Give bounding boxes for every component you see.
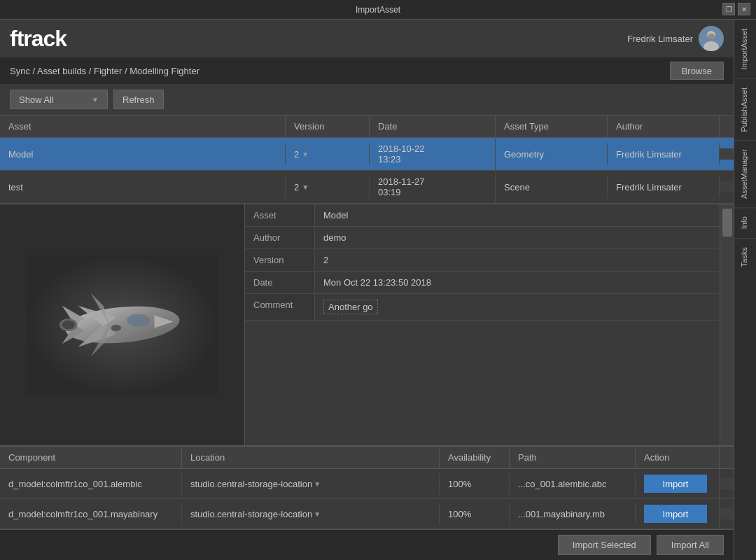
info-value-date: Mon Oct 22 13:23:50 2018 (315, 272, 720, 293)
info-value-author: demo (315, 227, 720, 248)
side-tab-publishasset[interactable]: PublishAsset (734, 78, 756, 141)
import-selected-button[interactable]: Import Selected (558, 535, 651, 555)
version-dropdown-icon[interactable]: ▼ (302, 150, 309, 158)
col-author: Author (608, 115, 720, 137)
avatar (699, 26, 724, 51)
location-dropdown-icon[interactable]: ▼ (314, 480, 321, 488)
show-all-label: Show All (19, 94, 54, 105)
bottom-bar: Import Selected Import All (0, 529, 734, 560)
info-row-date: Date Mon Oct 22 13:23:50 2018 (245, 272, 720, 294)
table-row[interactable]: test 2 ▼ 2018-11-2703:19 Scene Fredrik L… (0, 171, 734, 204)
col-location: Location (182, 447, 440, 468)
info-label-comment: Comment (245, 294, 315, 320)
side-tab-info[interactable]: Info (734, 207, 756, 237)
cell-author: Fredrik Limsater (608, 144, 720, 165)
info-value-asset: Model (315, 204, 720, 226)
info-label-version: Version (245, 249, 315, 271)
cell-component-name: d_model:colmftr1co_001.alembic (0, 473, 182, 495)
import-button[interactable]: Import (644, 475, 707, 493)
component-row: d_model:colmftr1co_001.alembic studio.ce… (0, 469, 734, 499)
detail-scrollbar[interactable] (720, 204, 734, 445)
breadcrumb-bar: Sync / Asset builds / Fighter / Modellin… (0, 57, 734, 84)
col-path: Path (510, 447, 636, 468)
show-all-button[interactable]: Show All ▼ (10, 90, 108, 109)
col-version: Version (286, 115, 370, 137)
cell-component-name: d_model:colmftr1co_001.mayabinary (0, 503, 182, 525)
cell-author: Fredrik Limsater (608, 176, 720, 198)
version-dropdown-icon[interactable]: ▼ (302, 183, 309, 191)
import-all-button[interactable]: Import All (657, 535, 724, 555)
cell-availability: 100% (440, 503, 510, 525)
info-row-asset: Asset Model (245, 204, 720, 227)
side-tab-assetmanager[interactable]: AssetManager (734, 140, 756, 207)
cell-path: ...001.mayabinary.mb (510, 503, 636, 525)
col-availability: Availability (440, 447, 510, 468)
asset-table-header: Asset Version Date Asset Type Author (0, 115, 734, 138)
cell-version: 2 ▼ (286, 144, 370, 165)
toolbar: Show All ▼ Refresh (0, 84, 734, 115)
info-row-author: Author demo (245, 227, 720, 249)
close-button[interactable]: ✕ (738, 3, 750, 15)
model-preview-svg (24, 255, 220, 395)
table-row[interactable]: Model 2 ▼ 2018-10-2213:23 Geometry Fredr… (0, 138, 734, 171)
info-label-asset: Asset (245, 204, 315, 226)
svg-point-16 (111, 325, 121, 331)
asset-table: Asset Version Date Asset Type Author Mod… (0, 115, 734, 204)
restore-button[interactable]: ❐ (722, 3, 735, 15)
side-tab-importasset[interactable]: ImportAsset (734, 20, 756, 78)
breadcrumb: Sync / Asset builds / Fighter / Modellin… (10, 66, 200, 76)
info-label-author: Author (245, 227, 315, 248)
main-content: ftrack Fredrik Limsater Sync / Asset bui… (0, 20, 734, 560)
col-date: Date (370, 115, 496, 137)
col-component: Component (0, 447, 182, 468)
info-value-comment: Another go (315, 294, 720, 320)
cell-action: Import (636, 499, 720, 528)
cell-asset-name: test (0, 176, 286, 198)
info-panel: Asset Model Author demo Version 2 Date M… (245, 204, 720, 445)
cell-location: studio.central-storage-location ▼ (182, 503, 440, 525)
info-value-version: 2 (315, 249, 720, 271)
svg-point-13 (62, 321, 74, 330)
col-asset-type: Asset Type (496, 115, 608, 137)
cell-action: Import (636, 469, 720, 498)
side-tab-tasks[interactable]: Tasks (734, 238, 756, 275)
side-tabs: ImportAsset PublishAsset AssetManager In… (734, 20, 756, 560)
info-row-comment: Comment Another go (245, 294, 720, 321)
scroll-thumb (722, 209, 732, 237)
cell-asset-type: Scene (496, 176, 608, 198)
title-bar-text: ImportAsset (356, 5, 400, 15)
cell-asset-type: Geometry (496, 144, 608, 165)
svg-point-7 (127, 314, 150, 327)
col-action: Action (636, 447, 720, 468)
components-table-header: Component Location Availability Path Act… (0, 446, 734, 469)
cell-availability: 100% (440, 473, 510, 495)
cell-version: 2 ▼ (286, 176, 370, 198)
browse-button[interactable]: Browse (670, 62, 724, 80)
location-dropdown-icon[interactable]: ▼ (314, 510, 321, 518)
import-button[interactable]: Import (644, 505, 707, 523)
component-row: d_model:colmftr1co_001.mayabinary studio… (0, 499, 734, 529)
info-row-version: Version 2 (245, 249, 720, 272)
cell-date: 2018-11-2703:19 (370, 171, 496, 203)
cell-date: 2018-10-2213:23 (370, 138, 496, 170)
window-controls: ❐ ✕ (722, 3, 750, 15)
title-bar: ImportAsset ❐ ✕ (0, 0, 756, 20)
preview-image (18, 248, 227, 402)
cell-location: studio.central-storage-location ▼ (182, 473, 440, 495)
logo: ftrack (10, 26, 66, 52)
detail-area: Asset Model Author demo Version 2 Date M… (0, 204, 734, 445)
preview-panel (0, 204, 245, 445)
user-info: Fredrik Limsater (627, 26, 724, 51)
chevron-down-icon: ▼ (92, 96, 99, 104)
refresh-button[interactable]: Refresh (113, 90, 164, 109)
components-table: Component Location Availability Path Act… (0, 445, 734, 529)
cell-path: ...co_001.alembic.abc (510, 473, 636, 495)
col-asset: Asset (0, 115, 286, 137)
info-label-date: Date (245, 272, 315, 293)
header: ftrack Fredrik Limsater (0, 20, 734, 57)
svg-point-3 (708, 34, 715, 39)
user-name: Fredrik Limsater (627, 34, 693, 44)
cell-asset-name: Model (0, 144, 286, 165)
